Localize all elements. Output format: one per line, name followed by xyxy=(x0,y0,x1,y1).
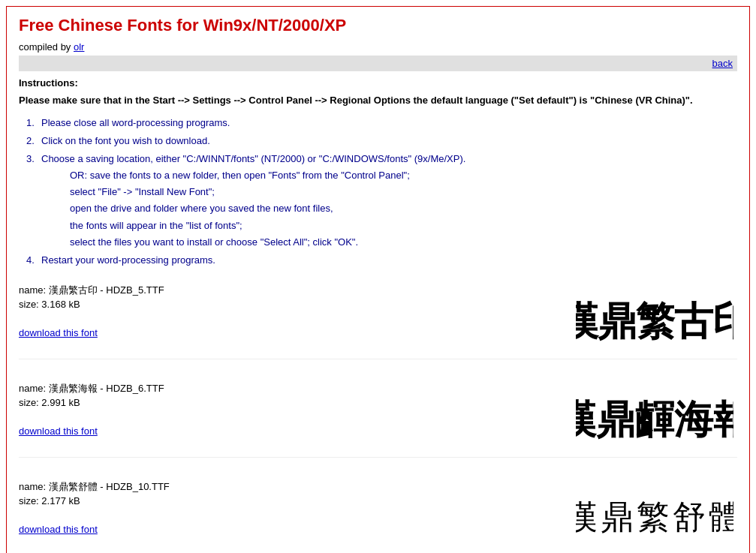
font-preview-3: 漢鼎繁舒體 xyxy=(572,480,737,540)
font-entry-1: name: 漢鼎繁古印 - HDZB_5.TTF size: 3.168 kB … xyxy=(19,284,737,359)
nav-bar: back xyxy=(19,56,737,71)
back-link[interactable]: back xyxy=(712,58,733,69)
warning-text: Please make sure that in the Start --> S… xyxy=(19,95,737,106)
download-link-2[interactable]: download this font xyxy=(19,425,98,437)
step-3: 3. Choose a saving location, either "C:/… xyxy=(26,151,737,251)
font-size-2: size: 2.991 kB xyxy=(19,397,557,408)
step-2: 2. Click on the font you wish to downloa… xyxy=(26,133,737,149)
step-1-text: Please close all word-processing program… xyxy=(41,115,230,131)
font-info-2: name: 漢鼎繁海報 - HDZB_6.TTF size: 2.991 kB … xyxy=(19,382,572,437)
page-title: Free Chinese Fonts for Win9x/NT/2000/XP xyxy=(19,16,737,35)
step-4: 4. Restart your word-processing programs… xyxy=(26,252,737,269)
font-entry-2: name: 漢鼎繁海報 - HDZB_6.TTF size: 2.991 kB … xyxy=(19,382,737,458)
font-preview-2: 漢鼎齳海報 xyxy=(572,382,737,442)
author-link[interactable]: olr xyxy=(74,41,84,53)
font-name-3: name: 漢鼎繁舒體 - HDZB_10.TTF xyxy=(19,480,557,494)
page-container: Free Chinese Fonts for Win9x/NT/2000/XP … xyxy=(6,6,750,553)
font-name-2: name: 漢鼎繁海報 - HDZB_6.TTF xyxy=(19,382,557,395)
download-link-1[interactable]: download this font xyxy=(19,327,98,338)
font-size-1: size: 3.168 kB xyxy=(19,299,557,310)
step-4-text: Restart your word-processing programs. xyxy=(41,252,215,269)
font-size-3: size: 2.177 kB xyxy=(19,495,557,506)
font-entries: name: 漢鼎繁古印 - HDZB_5.TTF size: 3.168 kB … xyxy=(19,284,737,553)
step-1: 1. Please close all word-processing prog… xyxy=(26,115,737,131)
compiled-by-label: compiled by xyxy=(19,41,71,53)
instructions-heading: Instructions: xyxy=(19,77,737,89)
download-link-3[interactable]: download this font xyxy=(19,524,98,535)
font-info-1: name: 漢鼎繁古印 - HDZB_5.TTF size: 3.168 kB … xyxy=(19,284,572,338)
svg-text:漢鼎齳海報: 漢鼎齳海報 xyxy=(576,398,733,441)
step-3-text: Choose a saving location, either "C:/WIN… xyxy=(41,151,465,251)
font-entry-3: name: 漢鼎繁舒體 - HDZB_10.TTF size: 2.177 kB… xyxy=(19,480,737,553)
svg-text:漢鼎繁舒體: 漢鼎繁舒體 xyxy=(576,499,733,535)
font-name-1: name: 漢鼎繁古印 - HDZB_5.TTF xyxy=(19,284,557,297)
steps-list: 1. Please close all word-processing prog… xyxy=(19,115,737,269)
svg-text:漢鼎繁古印: 漢鼎繁古印 xyxy=(576,300,733,343)
font-info-3: name: 漢鼎繁舒體 - HDZB_10.TTF size: 2.177 kB… xyxy=(19,480,572,535)
compiled-by: compiled by olr xyxy=(19,41,737,53)
step-2-text: Click on the font you wish to download. xyxy=(41,133,210,149)
font-preview-1: 漢鼎繁古印 xyxy=(572,284,737,344)
